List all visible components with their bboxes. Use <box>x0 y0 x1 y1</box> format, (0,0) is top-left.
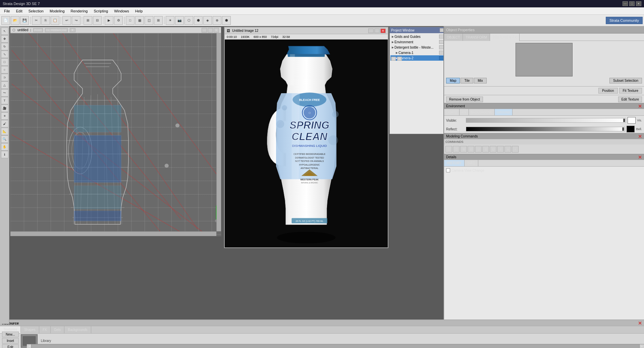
toolbar-cut[interactable]: ✂ <box>32 16 41 25</box>
toolbar-paste[interactable]: 📋 <box>51 16 59 25</box>
env-tab-background[interactable]: BACKGROUND <box>469 109 495 115</box>
fit-texture-button[interactable]: Fit Texture <box>619 88 642 94</box>
resource-tab-fx[interactable]: FX <box>39 326 51 333</box>
map-btn-mix[interactable]: Mix <box>474 78 487 83</box>
project-item-eye-env[interactable] <box>439 40 444 44</box>
environment-close-btn[interactable]: ✕ <box>638 104 642 109</box>
position-button[interactable]: Position <box>598 88 618 94</box>
viewport-render-mode[interactable]: GL:HiddenLine <box>45 28 68 32</box>
map-btn-tile[interactable]: Tile <box>461 78 473 83</box>
toolbar-extra2[interactable]: ⬢ <box>194 16 203 25</box>
edit-texture-btn[interactable]: Edit Texture <box>618 97 642 102</box>
tool-select[interactable]: ↖ <box>1 27 8 35</box>
viewport-3d-canvas[interactable]: Y X <box>10 33 221 236</box>
toolbar-undo[interactable]: ↩ <box>62 16 71 25</box>
toolbar-extra3[interactable]: ◈ <box>203 16 212 25</box>
resource-scroll-right[interactable]: ▶ <box>639 344 644 348</box>
toolbar-grid[interactable]: ⊟ <box>93 16 102 25</box>
toolbar-view1[interactable]: □ <box>126 16 135 25</box>
viewport-scrollbar-h[interactable] <box>10 231 216 236</box>
project-item-grids[interactable]: ▶ Grids and Guides 🔒 <box>390 34 450 39</box>
tool-rotate[interactable]: ↻ <box>1 43 8 50</box>
render-window-minimize[interactable]: — <box>368 28 374 33</box>
modeling-cmd-3[interactable]: ⌸ <box>460 146 467 153</box>
toolbar-camera[interactable]: 📷 <box>175 16 184 25</box>
toolbar-redo[interactable]: ↪ <box>72 16 80 25</box>
toolbar-save[interactable]: 💾 <box>20 16 29 25</box>
toolbar-lights[interactable]: ☀ <box>166 16 174 25</box>
project-item-environment[interactable]: ▶ Environment 🔒 <box>390 39 450 45</box>
viewport-scrollbar-v[interactable] <box>216 33 221 231</box>
tool-paint[interactable]: 🖌 <box>1 120 8 127</box>
project-item-camera1[interactable]: ▶ Camera-1 🔒 <box>390 50 450 55</box>
resource-close-btn[interactable]: ✕ <box>638 321 642 326</box>
remove-from-object-btn[interactable]: Remove from Object <box>446 97 483 102</box>
env-tab-air[interactable]: AIR <box>460 109 469 115</box>
modeling-cmd-8[interactable]: ⌽ <box>497 146 504 153</box>
tool-text[interactable]: T <box>1 97 8 104</box>
tab-texture-fx[interactable]: TEXTURE & FX <box>490 34 520 41</box>
tool-move[interactable]: ✥ <box>1 35 8 43</box>
toolbar-view2[interactable]: ▦ <box>135 16 144 25</box>
modeling-cmd-5[interactable]: ⌺ <box>475 146 482 153</box>
tool-camera[interactable]: 🎥 <box>1 105 8 112</box>
render-window-close[interactable]: ✕ <box>380 28 386 33</box>
menu-edit[interactable]: Edit <box>13 7 25 14</box>
project-item-bottle[interactable]: ▶ Detergent bottle - Weste... 🔒 <box>390 45 450 50</box>
resource-edit-btn[interactable]: Edit <box>2 344 19 348</box>
resource-tab-gels[interactable]: Gels <box>51 326 65 333</box>
toolbar-render[interactable]: ▶ <box>105 16 113 25</box>
project-footer-right[interactable]: ▶ <box>397 57 402 61</box>
menu-rendering[interactable]: Rendering <box>68 7 91 14</box>
project-item-eye-cam1[interactable] <box>439 51 444 55</box>
tool-nurbs[interactable]: 〜 <box>1 89 8 97</box>
menu-windows[interactable]: Windows <box>111 7 132 14</box>
maximize-btn[interactable]: □ <box>629 1 635 6</box>
menu-selection[interactable]: Selection <box>26 7 46 14</box>
tool-sphere[interactable]: ○ <box>1 66 8 73</box>
tool-polygon[interactable]: △ <box>1 81 8 89</box>
subset-selection-btn[interactable]: Subset Selection <box>609 78 642 83</box>
env-reflect-slider[interactable] <box>466 127 625 131</box>
toolbar-extra5[interactable]: ⬟ <box>222 16 231 25</box>
env-visible-slider[interactable] <box>466 118 626 123</box>
env-tab-ground[interactable]: GROUND <box>495 109 513 115</box>
tool-info[interactable]: ℹ <box>1 151 8 158</box>
modeling-close-btn[interactable]: ✕ <box>638 134 642 139</box>
project-item-eye-cam2[interactable] <box>439 56 444 60</box>
modeling-cmd-7[interactable]: ⌼ <box>490 146 496 153</box>
toolbar-settings[interactable]: ⚙ <box>114 16 123 25</box>
viewport-maximize[interactable]: □ <box>208 28 213 33</box>
tab-object[interactable]: OBJECT <box>444 34 463 41</box>
details-close-btn[interactable]: ✕ <box>638 155 642 160</box>
toolbar-view4[interactable]: ⊞ <box>154 16 163 25</box>
project-item-eye-bottle[interactable] <box>439 45 444 49</box>
toolbar-new[interactable]: 📄 <box>1 16 10 25</box>
viewport-close[interactable]: ✕ <box>214 28 219 33</box>
modeling-cmd-9[interactable]: ⌾ <box>504 146 511 153</box>
modeling-cmd-4[interactable]: ⌹ <box>468 146 474 153</box>
resource-tab-shapes[interactable]: Shapes <box>21 326 39 333</box>
menu-modeling[interactable]: Modeling <box>47 7 67 14</box>
env-tab-lights[interactable]: LIGHTS <box>444 109 460 115</box>
close-btn[interactable]: ✕ <box>636 1 641 6</box>
tab-transform[interactable]: TRANSFORM <box>463 34 490 41</box>
tool-box[interactable]: □ <box>1 58 8 66</box>
project-footer-left[interactable]: ◀ <box>391 57 396 61</box>
toolbar-view3[interactable]: ◫ <box>145 16 153 25</box>
resource-scrollbar-h[interactable]: ◀ ▶ <box>27 344 644 348</box>
render-window-maximize[interactable]: □ <box>374 28 380 33</box>
resource-new-btn[interactable]: New... <box>2 332 19 337</box>
modeling-cmd-2[interactable]: ⌷ <box>453 146 460 153</box>
modeling-cmd-10[interactable]: ⌿ <box>512 146 519 153</box>
toolbar-extra1[interactable]: ⬡ <box>184 16 193 25</box>
tool-cylinder[interactable]: ⊃ <box>1 74 8 81</box>
viewport-view-more[interactable]: ▼ <box>70 28 75 32</box>
tool-zoom[interactable]: 🔍 <box>1 135 8 143</box>
tool-light[interactable]: ☀ <box>1 112 8 120</box>
resource-tab-backgrounds[interactable]: Backgrounds <box>64 326 91 333</box>
toolbar-extra4[interactable]: ⊕ <box>213 16 221 25</box>
tool-pan[interactable]: ✋ <box>1 143 8 151</box>
toolbar-copy[interactable]: ⎘ <box>41 16 50 25</box>
map-btn-map[interactable]: Map <box>446 78 460 83</box>
